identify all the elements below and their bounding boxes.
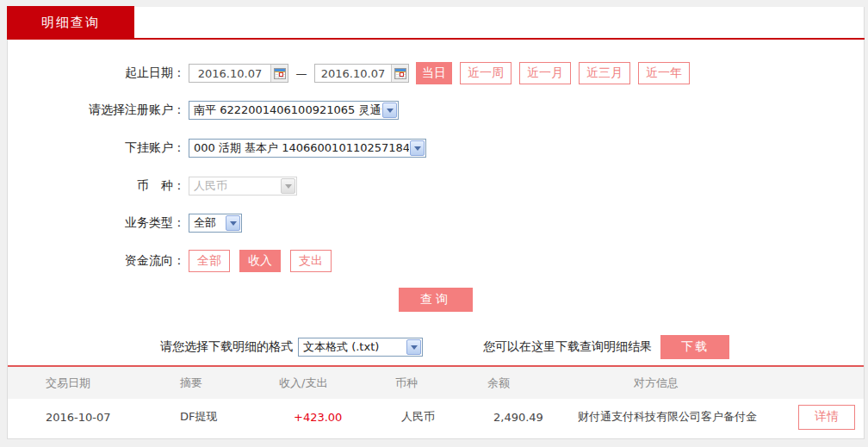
table-header-cell: 币种 bbox=[388, 376, 474, 391]
table-header-cell: 收入/支出 bbox=[275, 376, 388, 391]
end-date-value: 2016.10.07 bbox=[315, 67, 391, 80]
cell-action: 详情 bbox=[790, 405, 864, 430]
query-button[interactable]: 查询 bbox=[399, 288, 473, 312]
business-type-value: 全部 bbox=[189, 215, 225, 231]
cell-transaction-date: 2016-10-07 bbox=[8, 411, 175, 424]
table-row: 2016-10-07 DF提现 +423.00 人民币 2,490.49 财付通… bbox=[8, 399, 864, 435]
query-row: 查询 bbox=[8, 288, 864, 312]
registered-account-value: 南平 6222001406100921065 灵通卡 bbox=[189, 102, 381, 118]
download-button[interactable]: 下载 bbox=[660, 335, 729, 359]
table-header-row: 交易日期摘要收入/支出币种余额对方信息 bbox=[8, 367, 864, 399]
business-type-row: 业务类型： 全部 bbox=[8, 214, 864, 233]
date-range-row: 起止日期： 2016.10.07 — 2016.10.07 当日近一周近一月近三… bbox=[8, 62, 864, 84]
registered-account-label: 请选择注册账户： bbox=[8, 102, 185, 118]
fund-flow-button[interactable]: 全部 bbox=[189, 250, 230, 272]
registered-account-row: 请选择注册账户： 南平 6222001406100921065 灵通卡 bbox=[8, 100, 864, 121]
tab-bar: 明细查询 bbox=[7, 6, 865, 40]
calendar-icon bbox=[274, 68, 286, 79]
fund-flow-row: 资金流向： 全部收入支出 bbox=[8, 250, 864, 272]
date-range-separator: — bbox=[295, 67, 307, 80]
cell-summary: DF提现 bbox=[175, 409, 275, 425]
download-format-select[interactable]: 文本格式 (.txt) bbox=[298, 338, 423, 357]
date-range-button[interactable]: 近一年 bbox=[638, 62, 690, 84]
calendar-icon bbox=[394, 68, 406, 79]
chevron-down-icon bbox=[226, 215, 240, 231]
registered-account-select[interactable]: 南平 6222001406100921065 灵通卡 bbox=[189, 101, 399, 120]
tab-detail-query[interactable]: 明细查询 bbox=[7, 6, 134, 40]
date-range-button[interactable]: 近一周 bbox=[460, 62, 512, 84]
currency-select: 人民币 bbox=[189, 177, 297, 196]
date-range-button[interactable]: 近一月 bbox=[519, 62, 571, 84]
table-header-cell: 摘要 bbox=[175, 376, 275, 391]
chevron-down-icon bbox=[406, 339, 421, 355]
business-type-label: 业务类型： bbox=[8, 215, 185, 231]
sub-account-row: 下挂账户： 000 活期 基本户 1406600101102571848 bbox=[8, 138, 864, 158]
table-header-cell: 余额 bbox=[474, 376, 564, 391]
date-range-button[interactable]: 近三月 bbox=[579, 62, 630, 84]
fund-flow-buttons: 全部收入支出 bbox=[189, 250, 341, 272]
cell-currency: 人民币 bbox=[388, 409, 474, 425]
start-date-calendar-button[interactable] bbox=[270, 65, 288, 82]
detail-query-panel: 明细查询 起止日期： 2016.10.07 — 2016.10.07 当日近一周… bbox=[7, 7, 865, 439]
cell-amount: +423.00 bbox=[275, 411, 388, 424]
sub-account-select[interactable]: 000 活期 基本户 1406600101102571848 bbox=[189, 139, 426, 158]
fund-flow-button[interactable]: 收入 bbox=[239, 250, 281, 272]
detail-button[interactable]: 详情 bbox=[798, 405, 855, 430]
table-header-cell: 交易日期 bbox=[8, 376, 175, 391]
fund-flow-button[interactable]: 支出 bbox=[290, 250, 332, 272]
start-date-input[interactable]: 2016.10.07 bbox=[189, 64, 288, 83]
fund-flow-label: 资金流向： bbox=[8, 253, 185, 269]
end-date-input[interactable]: 2016.10.07 bbox=[314, 64, 409, 83]
download-hint: 您可以在这里下载查询明细结果 bbox=[483, 339, 652, 355]
currency-row: 币 种： 人民币 bbox=[8, 176, 864, 196]
cell-counterparty: 财付通支付科技有限公司客户备付金 bbox=[564, 409, 790, 425]
table-header-cell: 对方信息 bbox=[564, 376, 864, 391]
start-date-value: 2016.10.07 bbox=[189, 67, 270, 80]
date-range-button[interactable]: 当日 bbox=[416, 62, 452, 84]
chevron-down-icon bbox=[382, 102, 397, 118]
business-type-select[interactable]: 全部 bbox=[189, 214, 242, 233]
download-row: 请您选择下载明细的格式 文本格式 (.txt) 您可以在这里下载查询明细结果 下… bbox=[8, 335, 864, 359]
sub-account-value: 000 活期 基本户 1406600101102571848 bbox=[189, 140, 409, 156]
date-quick-buttons: 当日近一周近一月近三月近一年 bbox=[416, 62, 698, 84]
cell-balance: 2,490.49 bbox=[474, 411, 564, 424]
currency-label: 币 种： bbox=[8, 178, 185, 194]
download-format-label: 请您选择下载明细的格式 bbox=[160, 339, 293, 355]
currency-value: 人民币 bbox=[189, 178, 280, 194]
chevron-down-icon bbox=[410, 140, 425, 156]
sub-account-label: 下挂账户： bbox=[8, 140, 185, 156]
download-format-value: 文本格式 (.txt) bbox=[299, 339, 406, 355]
chevron-down-icon bbox=[281, 178, 295, 194]
table-body: 2016-10-07 DF提现 +423.00 人民币 2,490.49 财付通… bbox=[8, 399, 864, 435]
end-date-calendar-button[interactable] bbox=[391, 65, 408, 82]
date-range-label: 起止日期： bbox=[8, 65, 185, 81]
